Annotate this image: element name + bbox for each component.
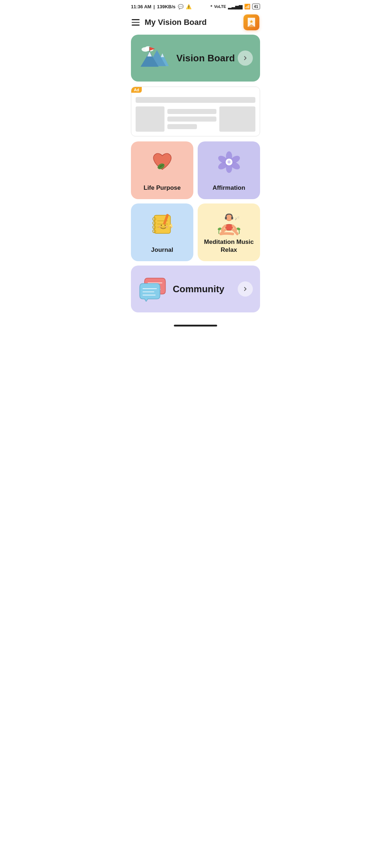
hamburger-line xyxy=(132,25,140,26)
svg-point-36 xyxy=(159,226,161,228)
svg-point-34 xyxy=(161,225,162,226)
life-purpose-card[interactable]: Life Purpose xyxy=(131,141,193,199)
chevron-right-icon xyxy=(242,55,249,61)
ad-skeleton-top xyxy=(136,97,255,103)
svg-rect-43 xyxy=(231,216,233,219)
ad-skeleton-right xyxy=(219,106,255,132)
heart-leaf-icon xyxy=(150,150,175,174)
battery-icon: 41 xyxy=(252,4,260,9)
signal-icon: ▂▃▅▆ xyxy=(228,4,242,9)
header: My Vision Board xyxy=(125,12,266,35)
ad-skeleton-line xyxy=(167,124,197,129)
svg-marker-10 xyxy=(161,53,164,57)
alert-icon: ⚠️ xyxy=(186,4,192,9)
mountain-icon xyxy=(138,44,171,73)
bluetooth-icon: * xyxy=(210,4,212,9)
journal-card[interactable]: Journal xyxy=(131,203,193,261)
chevron-right-icon xyxy=(242,286,249,292)
ad-skeleton-line xyxy=(167,117,216,122)
svg-rect-42 xyxy=(225,216,227,219)
vision-board-card[interactable]: Vision Board xyxy=(131,35,260,82)
home-indicator xyxy=(125,320,266,330)
bookmark-badge[interactable] xyxy=(243,14,259,30)
network-kb: 139KB/s xyxy=(157,4,175,9)
affirmation-card[interactable]: Affirmation xyxy=(198,141,260,199)
status-left: 11:36 AM | 139KB/s 💬 ⚠️ xyxy=(131,4,192,9)
vision-board-arrow[interactable] xyxy=(238,51,253,66)
svg-text:♫: ♫ xyxy=(237,215,239,219)
ad-banner: Ad xyxy=(131,87,260,136)
ad-skeleton-lines xyxy=(167,106,216,132)
meditation-icon: ♪ ♫ xyxy=(216,212,242,236)
menu-button[interactable] xyxy=(132,19,140,26)
svg-rect-13 xyxy=(139,67,171,69)
vision-board-label: Vision Board xyxy=(176,53,235,64)
svg-point-35 xyxy=(164,225,166,226)
ad-skeleton-line xyxy=(167,109,216,114)
flower-icon xyxy=(216,150,242,174)
svg-point-25 xyxy=(227,161,230,164)
svg-point-37 xyxy=(166,226,168,228)
status-right: * VoLTE ▂▃▅▆ 📶 41 xyxy=(210,4,260,9)
page-title: My Vision Board xyxy=(145,18,207,27)
community-icon xyxy=(138,276,167,302)
main-content: Vision Board Ad xyxy=(125,35,266,312)
hamburger-line xyxy=(132,19,140,20)
svg-text:♪: ♪ xyxy=(234,216,237,221)
ad-skeleton-image xyxy=(136,106,164,132)
network-speed: | xyxy=(154,4,155,9)
time: 11:36 AM xyxy=(131,4,151,9)
affirmation-label: Affirmation xyxy=(212,184,245,192)
vision-board-content: Vision Board xyxy=(138,44,238,73)
community-label: Community xyxy=(173,284,224,295)
meditation-label: Meditation Music Relax xyxy=(203,238,254,254)
lte-icon: VoLTE xyxy=(214,4,226,9)
home-bar xyxy=(174,325,217,326)
whatsapp-icon: 💬 xyxy=(178,4,184,9)
bookmark-icon xyxy=(247,17,256,27)
meditation-card[interactable]: ♪ ♫ Meditation Music Relax xyxy=(198,203,260,261)
ad-skeleton-row xyxy=(136,106,255,132)
journal-icon xyxy=(150,212,174,236)
header-left: My Vision Board xyxy=(132,18,207,27)
community-content: Community xyxy=(138,276,238,302)
feature-grid: Life Purpose Affirmation xyxy=(131,141,260,261)
hamburger-line xyxy=(132,22,140,23)
svg-rect-26 xyxy=(154,215,170,233)
community-arrow[interactable] xyxy=(238,281,253,297)
ad-label: Ad xyxy=(131,87,142,93)
status-bar: 11:36 AM | 139KB/s 💬 ⚠️ * VoLTE ▂▃▅▆ 📶 4… xyxy=(125,0,266,12)
community-card[interactable]: Community xyxy=(131,266,260,312)
journal-label: Journal xyxy=(151,246,173,254)
wifi-icon: 📶 xyxy=(244,4,250,9)
svg-marker-9 xyxy=(147,52,151,56)
life-purpose-label: Life Purpose xyxy=(144,184,181,192)
